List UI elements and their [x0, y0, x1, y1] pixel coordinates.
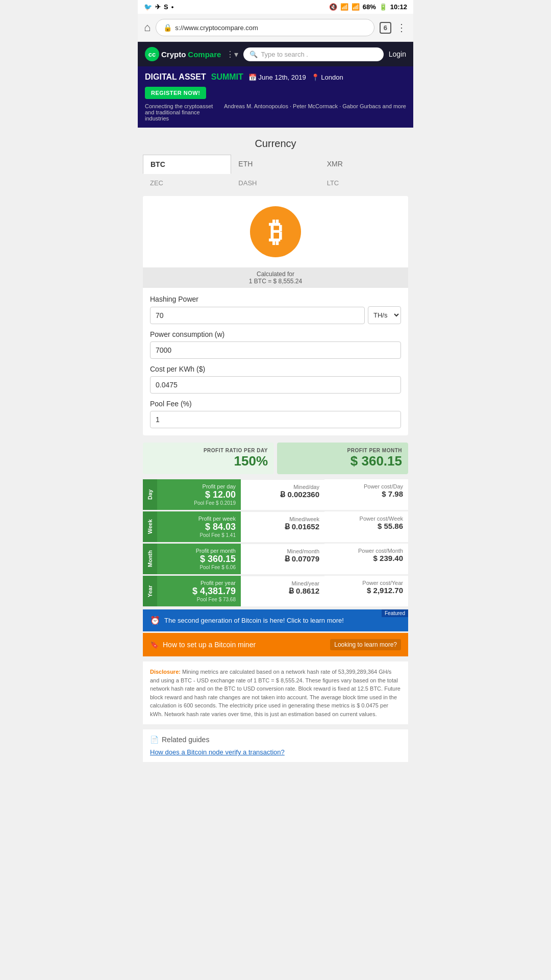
url-bar[interactable]: 🔒 s://www.cryptocompare.com [156, 19, 374, 36]
twitter-icon: 🐦 [144, 3, 152, 11]
tab-dash[interactable]: DASH [231, 175, 319, 191]
event-banner: DIGITAL ASSET SUMMIT 📅 June 12th, 2019 📍… [138, 66, 413, 128]
hashing-power-row: TH/s GH/s MH/s [150, 306, 401, 324]
browser-menu-icon[interactable]: ⋮ [396, 21, 407, 34]
banner-bottom: Connecting the cryptoasset and tradition… [145, 103, 406, 121]
power-consumption-label: Power consumption (w) [150, 330, 401, 338]
week-profit: Profit per week $ 84.03 Pool Fee $ 1.41 [157, 511, 241, 542]
banner-speakers: Andreas M. Antonopoulos · Peter McCormac… [224, 103, 406, 121]
profit-ratio-label: PROFIT RATIO PER DAY [149, 448, 268, 453]
year-mined: Mined/year Ƀ 0.8612 [241, 576, 324, 606]
search-placeholder: Type to search . [261, 51, 308, 58]
search-box[interactable]: 🔍 Type to search . [243, 47, 383, 61]
skype-icon: S [164, 3, 168, 11]
document-icon: 📄 [150, 736, 159, 744]
hashing-power-input[interactable] [150, 307, 365, 324]
btc-logo-area: ₿ [143, 196, 408, 267]
banner-date: 📅 June 12th, 2019 [248, 74, 306, 81]
calculator-card: ₿ Calculated for 1 BTC = $ 8,555.24 Hash… [143, 196, 408, 435]
tab-eth[interactable]: ETH [231, 155, 319, 174]
month-profit: Profit per month $ 360.15 Pool Fee $ 6.0… [157, 544, 241, 574]
calculator-form: Hashing Power TH/s GH/s MH/s Power consu… [143, 288, 408, 435]
search-icon: 🔍 [249, 51, 258, 58]
week-power: Power cost/Week $ 55.86 [324, 511, 408, 542]
calc-info-bar: Calculated for 1 BTC = $ 8,555.24 [143, 267, 408, 288]
logo-text-compare: Compare [188, 50, 221, 59]
cost-per-kwh-input[interactable] [150, 376, 401, 394]
currency-tabs-row1: BTC ETH XMR [143, 155, 408, 174]
banner-top: DIGITAL ASSET SUMMIT 📅 June 12th, 2019 📍… [145, 72, 406, 99]
tab-ltc[interactable]: LTC [320, 175, 408, 191]
profit-month-label: PROFIT PER MONTH [283, 448, 402, 453]
disclosure-box: Disclosure: Mining metrics are calculate… [143, 662, 408, 724]
week-mined: Mined/week Ƀ 0.01652 [241, 511, 324, 542]
profit-month-box: PROFIT PER MONTH $ 360.15 [277, 443, 408, 474]
period-year: Year [143, 576, 157, 606]
banner-title-summit: SUMMIT [211, 72, 243, 82]
dot-icon: • [171, 3, 174, 11]
banner-title-digital: DIGITAL ASSET [145, 72, 206, 82]
page-title: Currency [143, 138, 408, 150]
pool-fee-input[interactable] [150, 411, 401, 428]
result-row-week: Week Profit per week $ 84.03 Pool Fee $ … [143, 511, 408, 542]
tab-count[interactable]: 6 [380, 22, 391, 34]
looking-banner[interactable]: 🔖 How to set up a Bitcoin miner Looking … [143, 633, 408, 656]
pool-fee-label: Pool Fee (%) [150, 400, 401, 408]
nav-menu-icon[interactable]: ⋮▾ [226, 50, 238, 59]
period-month: Month [143, 544, 157, 574]
tab-btc[interactable]: BTC [143, 155, 231, 174]
telegram-icon: ✈ [155, 3, 161, 11]
profit-ratio-box: PROFIT RATIO PER DAY 150% [143, 443, 274, 474]
battery-icon: 🔋 [379, 3, 387, 11]
featured-banner[interactable]: Featured ⏰ The second generation of Bitc… [143, 609, 408, 631]
home-icon[interactable]: ⌂ [144, 21, 151, 34]
url-text: s://www.cryptocompare.com [175, 24, 258, 32]
status-apps: 🐦 ✈ S • [144, 3, 173, 11]
disclosure-title: Disclosure: [150, 669, 181, 675]
result-row-month: Month Profit per month $ 360.15 Pool Fee… [143, 544, 408, 574]
guide-link-1[interactable]: How does a Bitcoin node verify a transac… [150, 748, 285, 756]
profit-ratio-value: 150% [149, 453, 268, 469]
period-week: Week [143, 511, 157, 542]
logo-icon-text: cc [148, 51, 156, 58]
main-content: Currency BTC ETH XMR ZEC DASH LTC ₿ Calc… [138, 128, 413, 767]
profit-summary-row: PROFIT RATIO PER DAY 150% PROFIT PER MON… [143, 443, 408, 474]
logo-text-crypto: Crypto [161, 50, 186, 59]
register-button[interactable]: REGISTER NOW! [145, 87, 206, 99]
login-button[interactable]: Login [389, 50, 406, 58]
featured-icon: ⏰ [150, 616, 160, 625]
time: 10:12 [390, 3, 407, 11]
logo-icon: cc [145, 47, 159, 61]
logo[interactable]: cc CryptoCompare [145, 47, 221, 61]
year-profit: Profit per year $ 4,381.79 Pool Fee $ 73… [157, 576, 241, 606]
mute-icon: 🔇 [329, 3, 337, 11]
btc-symbol: ₿ [269, 216, 283, 248]
year-power: Power cost/Year $ 2,912.70 [324, 576, 408, 606]
day-power: Power cost/Day $ 7.98 [324, 479, 408, 510]
banner-description: Connecting the cryptoasset and tradition… [145, 103, 214, 121]
day-mined: Mined/day Ƀ 0.002360 [241, 479, 324, 510]
currency-tabs-row2: ZEC DASH LTC [143, 175, 408, 191]
hashing-unit-select[interactable]: TH/s GH/s MH/s [368, 306, 401, 324]
period-day: Day [143, 479, 157, 510]
result-row-day: Day Profit per day $ 12.00 Pool Fee $ 0.… [143, 479, 408, 510]
cost-per-kwh-label: Cost per KWh ($) [150, 365, 401, 373]
btc-logo: ₿ [250, 206, 301, 257]
results-list: Day Profit per day $ 12.00 Pool Fee $ 0.… [143, 479, 408, 606]
tab-xmr[interactable]: XMR [320, 155, 408, 174]
status-system: 🔇 📶 📶 68% 🔋 10:12 [329, 3, 407, 11]
looking-icon: 🔖 [150, 641, 159, 649]
related-guides: 📄 Related guides How does a Bitcoin node… [143, 729, 408, 762]
wifi-icon: 📶 [340, 3, 348, 11]
featured-text: The second generation of Bitcoin is here… [164, 617, 344, 624]
result-row-year: Year Profit per year $ 4,381.79 Pool Fee… [143, 576, 408, 606]
lock-icon: 🔒 [163, 23, 172, 32]
btc-price: 1 BTC = $ 8,555.24 [249, 278, 302, 285]
tab-zec[interactable]: ZEC [143, 175, 231, 191]
disclosure-text: Mining metrics are calculated based on a… [150, 669, 400, 717]
status-bar: 🐦 ✈ S • 🔇 📶 📶 68% 🔋 10:12 [138, 0, 413, 14]
power-consumption-input[interactable] [150, 341, 401, 359]
looking-cta[interactable]: Looking to learn more? [330, 639, 401, 650]
battery-percent: 68% [363, 3, 376, 11]
related-guides-title: 📄 Related guides [150, 736, 401, 744]
